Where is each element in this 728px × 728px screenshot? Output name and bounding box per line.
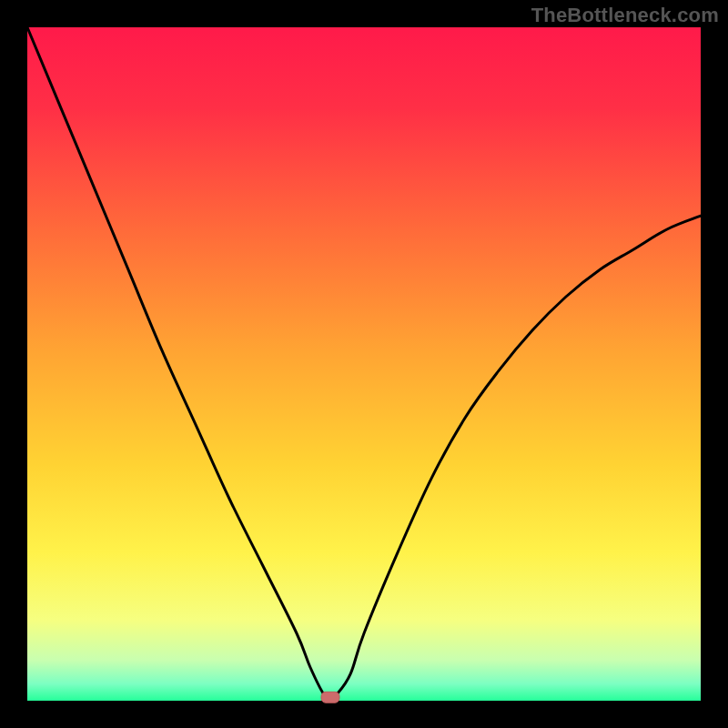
watermark-label: TheBottleneck.com [531, 4, 719, 27]
minimum-marker [321, 692, 339, 703]
chart-svg [0, 0, 728, 728]
chart-frame: TheBottleneck.com [0, 0, 728, 728]
plot-background [27, 27, 701, 701]
